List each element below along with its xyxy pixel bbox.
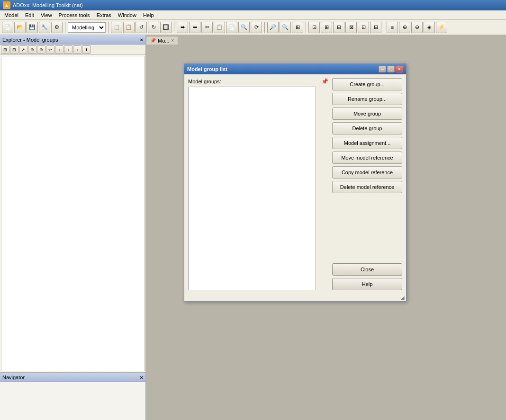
toolbar-btn10[interactable]: 🔲	[160, 22, 172, 33]
canvas-main: Model group list ─ □ × Model groups:	[146, 45, 506, 420]
exp-btn2[interactable]: ⊟	[10, 45, 18, 54]
toolbar-btn5[interactable]: ⚙	[51, 22, 63, 33]
exp-btn3[interactable]: ↗	[19, 45, 27, 54]
exp-btn10[interactable]: ℹ	[82, 45, 90, 54]
model-group-dialog: Model group list ─ □ × Model groups:	[184, 63, 407, 302]
canvas-tab[interactable]: 📌 Mo... ×	[146, 36, 178, 45]
menu-help[interactable]: Help	[140, 11, 157, 19]
menu-edit[interactable]: Edit	[22, 11, 37, 19]
navigator-header: Navigator ×	[0, 373, 145, 382]
rename-group-button[interactable]: Rename group...	[332, 93, 402, 105]
app-title: ADOxx: Modelling Toolkit (nat)	[13, 2, 83, 8]
toolbar-sep1	[65, 22, 65, 33]
menu-extras[interactable]: Extras	[93, 11, 115, 19]
exp-btn8[interactable]: ↕	[64, 45, 72, 54]
toolbar-btn30[interactable]: ◈	[424, 22, 435, 33]
toolbar-mode-dropdown[interactable]: Modelling	[68, 22, 106, 33]
dialog-actions: Create group... Rename group... Move gro…	[332, 78, 402, 290]
navigator-panel: Navigator ×	[0, 373, 145, 420]
menu-window[interactable]: Window	[115, 11, 140, 19]
toolbar-btn6[interactable]: ⬚	[111, 22, 122, 33]
toolbar-btn26[interactable]: ⊞	[370, 22, 381, 33]
toolbar-btn11[interactable]: ➡	[177, 22, 188, 33]
delete-group-button[interactable]: Delete group	[332, 122, 402, 134]
app-icon: ▲	[3, 1, 10, 9]
tab-strip: 📌 Mo... ×	[146, 35, 178, 45]
toolbar-btn15[interactable]: 📄	[226, 22, 237, 33]
toolbar-btn7[interactable]: 📋	[123, 22, 135, 33]
toolbar: 📄 📂 💾 🔧 ⚙ Modelling ⬚ 📋 ↺ ↻ 🔲 ➡ ⬅ ✂ 📋 📄 …	[0, 20, 506, 35]
modal-overlay: Model group list ─ □ × Model groups:	[146, 45, 506, 420]
toolbar-btn21[interactable]: ⊡	[308, 22, 320, 33]
canvas-tab-label: Mo...	[158, 38, 169, 44]
menu-process-tools[interactable]: Process tools	[55, 11, 93, 19]
dialog-pin-icon: 📌	[321, 78, 328, 85]
toolbar-btn9[interactable]: ↻	[148, 22, 159, 33]
toolbar-btn16[interactable]: 🔍	[238, 22, 250, 33]
toolbar-btn13[interactable]: ✂	[201, 22, 213, 33]
move-group-button[interactable]: Move group	[332, 107, 402, 120]
toolbar-btn14[interactable]: 📋	[214, 22, 225, 33]
toolbar-new-btn[interactable]: 📄	[2, 22, 13, 33]
exp-btn9[interactable]: ↕	[73, 45, 81, 54]
menu-view[interactable]: View	[37, 11, 55, 19]
model-groups-label: Model groups: 📌	[188, 78, 328, 85]
dialog-close-btn[interactable]: ×	[396, 66, 403, 72]
toolbar-btn17[interactable]: ⟳	[251, 22, 262, 33]
model-groups-list[interactable]	[188, 87, 316, 290]
exp-btn6[interactable]: ↩	[46, 45, 54, 54]
dialog-title-controls: ─ □ ×	[379, 66, 403, 72]
exp-btn7[interactable]: ↕	[55, 45, 63, 54]
navigator-title: Navigator	[2, 375, 25, 380]
toolbar-btn31[interactable]: ⚡	[436, 22, 447, 33]
left-panel: Explorer - Model groups × ⊞ ⊟ ↗ ⊕ ⊕ ↩ ↕ …	[0, 35, 146, 420]
copy-model-ref-button[interactable]: Copy model reference	[332, 166, 402, 179]
close-button[interactable]: Close	[332, 263, 402, 276]
canvas-tab-close-btn[interactable]: ×	[171, 38, 174, 43]
move-model-ref-button[interactable]: Move model reference	[332, 152, 402, 164]
toolbar-save-btn[interactable]: 💾	[27, 22, 38, 33]
explorer-header: Explorer - Model groups ×	[0, 35, 145, 45]
toolbar-btn19[interactable]: 🔍	[280, 22, 291, 33]
help-button[interactable]: Help	[332, 278, 402, 290]
dialog-title: Model group list	[187, 66, 227, 72]
dialog-min-btn[interactable]: ─	[379, 66, 386, 72]
dialog-body: Model groups: 📌 Create group... Rename g…	[184, 74, 406, 294]
toolbar-btn24[interactable]: ⊠	[345, 22, 357, 33]
dialog-resize-handle[interactable]: ◢	[184, 294, 406, 301]
toolbar-btn28[interactable]: ⊕	[399, 22, 410, 33]
toolbar-btn23[interactable]: ⊟	[333, 22, 344, 33]
toolbar-sep3	[174, 22, 174, 33]
exp-btn1[interactable]: ⊞	[1, 45, 9, 54]
exp-btn5[interactable]: ⊕	[37, 45, 45, 54]
menu-bar: Model Edit View Process tools Extras Win…	[0, 10, 506, 20]
dialog-list-section: Model groups: 📌	[188, 78, 328, 290]
toolbar-open-btn[interactable]: 📂	[14, 22, 26, 33]
explorer-toolbar: ⊞ ⊟ ↗ ⊕ ⊕ ↩ ↕ ↕ ↕ ℹ	[0, 45, 145, 55]
resize-icon: ◢	[401, 295, 405, 300]
toolbar-btn29[interactable]: ⊖	[411, 22, 423, 33]
toolbar-sep2	[108, 22, 108, 33]
canvas-area: 📌 Mo... × Model group list ─ □ ×	[146, 35, 506, 420]
toolbar-btn12[interactable]: ⬅	[189, 22, 200, 33]
delete-model-ref-button[interactable]: Delete model reference	[332, 181, 402, 193]
toolbar-sep6	[384, 22, 384, 33]
toolbar-btn18[interactable]: 🔎	[267, 22, 279, 33]
toolbar-btn4[interactable]: 🔧	[39, 22, 50, 33]
create-group-button[interactable]: Create group...	[332, 78, 402, 90]
toolbar-btn25[interactable]: ⊡	[358, 22, 369, 33]
toolbar-btn20[interactable]: ⊞	[292, 22, 303, 33]
menu-model[interactable]: Model	[1, 11, 22, 19]
toolbar-btn22[interactable]: ⊞	[321, 22, 332, 33]
explorer-close-btn[interactable]: ×	[140, 37, 143, 43]
dialog-max-btn[interactable]: □	[387, 66, 395, 72]
title-bar: ▲ ADOxx: Modelling Toolkit (nat)	[0, 0, 506, 10]
navigator-close-btn[interactable]: ×	[140, 375, 143, 380]
toolbar-btn8[interactable]: ↺	[136, 22, 147, 33]
explorer-content	[1, 56, 145, 371]
model-assignment-button[interactable]: Model assignment...	[332, 137, 402, 149]
explorer-title: Explorer - Model groups	[2, 37, 58, 43]
exp-btn4[interactable]: ⊕	[28, 45, 36, 54]
main-area: Explorer - Model groups × ⊞ ⊟ ↗ ⊕ ⊕ ↩ ↕ …	[0, 35, 506, 420]
toolbar-btn27[interactable]: ≡	[387, 22, 398, 33]
